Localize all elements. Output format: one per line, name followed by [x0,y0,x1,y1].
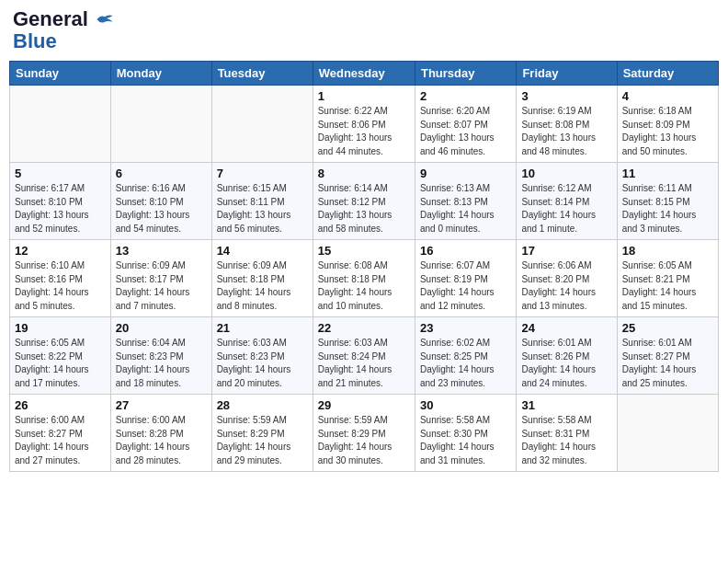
day-info: Sunrise: 6:00 AM Sunset: 8:28 PM Dayligh… [116,414,207,467]
calendar-day-cell: 24Sunrise: 6:01 AM Sunset: 8:26 PM Dayli… [517,317,617,395]
day-info: Sunrise: 6:02 AM Sunset: 8:25 PM Dayligh… [420,337,511,390]
day-number: 28 [217,398,308,412]
day-info: Sunrise: 6:18 AM Sunset: 8:09 PM Dayligh… [622,105,713,158]
day-number: 5 [15,167,106,180]
day-info: Sunrise: 6:20 AM Sunset: 8:07 PM Dayligh… [420,105,511,158]
calendar-day-cell [110,86,211,163]
calendar-day-cell: 23Sunrise: 6:02 AM Sunset: 8:25 PM Dayli… [415,317,516,395]
calendar-day-header: Friday [517,62,617,86]
day-info: Sunrise: 6:14 AM Sunset: 8:12 PM Dayligh… [318,182,410,236]
calendar-day-cell: 15Sunrise: 6:08 AM Sunset: 8:18 PM Dayli… [313,240,415,317]
calendar-day-cell: 9Sunrise: 6:13 AM Sunset: 8:13 PM Daylig… [415,163,516,240]
calendar-week-row: 12Sunrise: 6:10 AM Sunset: 8:16 PM Dayli… [10,240,719,317]
day-number: 19 [15,321,106,335]
calendar-day-cell: 31Sunrise: 5:58 AM Sunset: 8:31 PM Dayli… [517,395,617,472]
calendar-day-cell: 10Sunrise: 6:12 AM Sunset: 8:14 PM Dayli… [517,163,617,240]
calendar-day-header: Tuesday [211,62,313,86]
calendar-table: SundayMondayTuesdayWednesdayThursdayFrid… [9,61,719,472]
calendar-week-row: 26Sunrise: 6:00 AM Sunset: 8:27 PM Dayli… [10,395,719,472]
day-info: Sunrise: 6:06 AM Sunset: 8:20 PM Dayligh… [521,259,611,313]
day-number: 9 [420,167,511,180]
day-number: 7 [217,167,308,180]
calendar-header-row: SundayMondayTuesdayWednesdayThursdayFrid… [10,62,719,86]
calendar-day-cell: 12Sunrise: 6:10 AM Sunset: 8:16 PM Dayli… [10,240,111,317]
calendar-day-cell: 21Sunrise: 6:03 AM Sunset: 8:23 PM Dayli… [211,317,313,395]
day-info: Sunrise: 6:16 AM Sunset: 8:10 PM Dayligh… [116,182,207,236]
day-number: 2 [420,89,511,103]
logo-bird-icon [96,13,114,26]
calendar-day-cell: 18Sunrise: 6:05 AM Sunset: 8:21 PM Dayli… [617,240,718,317]
day-number: 8 [318,167,410,180]
day-number: 22 [318,321,410,335]
day-number: 15 [318,244,410,258]
logo: General Blue [13,9,114,53]
calendar-day-cell: 8Sunrise: 6:14 AM Sunset: 8:12 PM Daylig… [313,163,415,240]
calendar-day-cell: 30Sunrise: 5:58 AM Sunset: 8:30 PM Dayli… [415,395,516,472]
calendar-day-cell: 7Sunrise: 6:15 AM Sunset: 8:11 PM Daylig… [211,163,313,240]
day-number: 3 [521,89,611,103]
calendar-day-header: Sunday [10,62,111,86]
day-info: Sunrise: 6:07 AM Sunset: 8:19 PM Dayligh… [420,259,511,313]
day-info: Sunrise: 6:01 AM Sunset: 8:26 PM Dayligh… [521,337,611,390]
calendar-week-row: 1Sunrise: 6:22 AM Sunset: 8:06 PM Daylig… [10,86,719,163]
logo-general: General [13,9,114,29]
calendar-day-cell: 19Sunrise: 6:05 AM Sunset: 8:22 PM Dayli… [10,317,111,395]
calendar-day-cell: 4Sunrise: 6:18 AM Sunset: 8:09 PM Daylig… [617,86,718,163]
day-info: Sunrise: 6:17 AM Sunset: 8:10 PM Dayligh… [15,182,106,236]
calendar-day-cell: 20Sunrise: 6:04 AM Sunset: 8:23 PM Dayli… [110,317,211,395]
day-number: 20 [116,321,207,335]
day-info: Sunrise: 6:15 AM Sunset: 8:11 PM Dayligh… [217,182,308,236]
day-info: Sunrise: 6:22 AM Sunset: 8:06 PM Dayligh… [318,105,410,158]
day-number: 16 [420,244,511,258]
day-info: Sunrise: 6:13 AM Sunset: 8:13 PM Dayligh… [420,182,511,236]
day-number: 6 [116,167,207,180]
logo-blue: Blue [13,29,57,53]
day-info: Sunrise: 6:11 AM Sunset: 8:15 PM Dayligh… [622,182,713,236]
day-info: Sunrise: 5:59 AM Sunset: 8:29 PM Dayligh… [318,414,410,467]
day-info: Sunrise: 6:09 AM Sunset: 8:18 PM Dayligh… [217,259,308,313]
day-info: Sunrise: 5:59 AM Sunset: 8:29 PM Dayligh… [217,414,308,467]
calendar-body: 1Sunrise: 6:22 AM Sunset: 8:06 PM Daylig… [10,86,719,472]
calendar-day-cell: 1Sunrise: 6:22 AM Sunset: 8:06 PM Daylig… [313,86,415,163]
day-info: Sunrise: 6:08 AM Sunset: 8:18 PM Dayligh… [318,259,410,313]
calendar-day-cell: 25Sunrise: 6:01 AM Sunset: 8:27 PM Dayli… [617,317,718,395]
calendar-day-header: Thursday [415,62,516,86]
day-info: Sunrise: 6:04 AM Sunset: 8:23 PM Dayligh… [116,337,207,390]
day-info: Sunrise: 6:03 AM Sunset: 8:24 PM Dayligh… [318,337,410,390]
calendar-day-cell: 28Sunrise: 5:59 AM Sunset: 8:29 PM Dayli… [211,395,313,472]
day-number: 12 [15,244,106,258]
day-info: Sunrise: 6:09 AM Sunset: 8:17 PM Dayligh… [116,259,207,313]
calendar-day-cell: 13Sunrise: 6:09 AM Sunset: 8:17 PM Dayli… [110,240,211,317]
day-number: 11 [622,167,713,180]
calendar-day-cell: 6Sunrise: 6:16 AM Sunset: 8:10 PM Daylig… [110,163,211,240]
day-info: Sunrise: 6:03 AM Sunset: 8:23 PM Dayligh… [217,337,308,390]
calendar-week-row: 5Sunrise: 6:17 AM Sunset: 8:10 PM Daylig… [10,163,719,240]
calendar-week-row: 19Sunrise: 6:05 AM Sunset: 8:22 PM Dayli… [10,317,719,395]
calendar-day-header: Monday [110,62,211,86]
day-info: Sunrise: 6:12 AM Sunset: 8:14 PM Dayligh… [521,182,611,236]
calendar-day-cell: 3Sunrise: 6:19 AM Sunset: 8:08 PM Daylig… [517,86,617,163]
day-number: 14 [217,244,308,258]
calendar-day-cell: 11Sunrise: 6:11 AM Sunset: 8:15 PM Dayli… [617,163,718,240]
day-number: 10 [521,167,611,180]
day-info: Sunrise: 6:10 AM Sunset: 8:16 PM Dayligh… [15,259,106,313]
day-number: 27 [116,398,207,412]
day-number: 17 [521,244,611,258]
day-number: 18 [622,244,713,258]
calendar-day-cell: 26Sunrise: 6:00 AM Sunset: 8:27 PM Dayli… [10,395,111,472]
calendar-day-cell: 22Sunrise: 6:03 AM Sunset: 8:24 PM Dayli… [313,317,415,395]
calendar-day-cell: 27Sunrise: 6:00 AM Sunset: 8:28 PM Dayli… [110,395,211,472]
day-info: Sunrise: 6:05 AM Sunset: 8:21 PM Dayligh… [622,259,713,313]
calendar-day-cell: 2Sunrise: 6:20 AM Sunset: 8:07 PM Daylig… [415,86,516,163]
day-info: Sunrise: 5:58 AM Sunset: 8:30 PM Dayligh… [420,414,511,467]
day-number: 21 [217,321,308,335]
calendar-day-cell: 14Sunrise: 6:09 AM Sunset: 8:18 PM Dayli… [211,240,313,317]
day-number: 26 [15,398,106,412]
day-info: Sunrise: 6:19 AM Sunset: 8:08 PM Dayligh… [521,105,611,158]
day-info: Sunrise: 6:05 AM Sunset: 8:22 PM Dayligh… [15,337,106,390]
calendar-day-header: Wednesday [313,62,415,86]
day-number: 1 [318,89,410,103]
day-number: 31 [521,398,611,412]
day-number: 23 [420,321,511,335]
calendar-day-cell: 5Sunrise: 6:17 AM Sunset: 8:10 PM Daylig… [10,163,111,240]
